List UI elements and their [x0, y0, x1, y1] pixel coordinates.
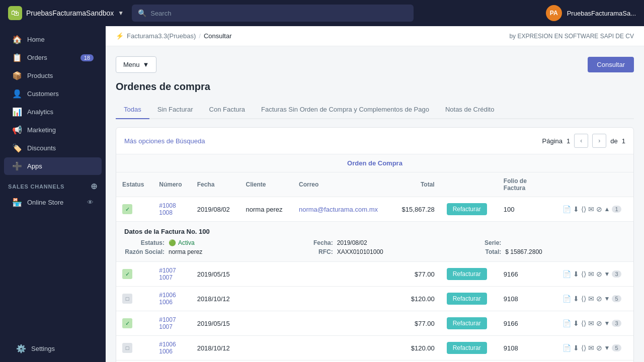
tab-con-factura[interactable]: Con Factura [201, 101, 254, 119]
app-icon: ⚡ [116, 32, 124, 40]
order-link-sub[interactable]: 1007 [159, 323, 185, 330]
expand-button[interactable]: ▼ [604, 270, 610, 278]
order-link-sub[interactable]: 1006 [159, 299, 185, 306]
sidebar-item-marketing[interactable]: 📢 Marketing [4, 121, 102, 139]
settings-icon: ⚙️ [16, 344, 26, 353]
email-cell [293, 262, 392, 287]
email-send-icon[interactable]: ✉ [588, 205, 594, 213]
order-link-main[interactable]: #1008 [159, 202, 185, 209]
email-send-icon[interactable]: ✉ [588, 319, 594, 327]
code-icon[interactable]: ⟨⟩ [581, 270, 586, 278]
search-bar[interactable]: 🔍 [132, 5, 414, 22]
email-send-icon[interactable]: ✉ [588, 295, 594, 303]
status-icon: ✓ [122, 318, 132, 328]
sidebar-item-settings[interactable]: ⚙️ Settings [8, 340, 98, 357]
sidebar-item-label: Online Store [27, 199, 63, 206]
order-link-main[interactable]: #1006 [159, 341, 185, 348]
download-icon[interactable]: ⬇ [573, 295, 579, 303]
sidebar-item-discounts[interactable]: 🏷️ Discounts [4, 139, 102, 157]
col-cliente: Cliente [240, 172, 293, 197]
search-options-link[interactable]: Más opciones de Búsqueda [124, 137, 205, 145]
sidebar-item-products[interactable]: 📦 Products [4, 67, 102, 84]
download-icon[interactable]: ⬇ [573, 344, 579, 352]
sidebar-item-apps[interactable]: ➕ Apps [4, 157, 102, 175]
email-cell [293, 287, 392, 311]
sidebar-item-home[interactable]: 🏠 Home [4, 31, 102, 48]
download-icon[interactable]: ⬇ [573, 205, 579, 213]
sidebar-item-orders[interactable]: 📋 Orders 18 [4, 49, 102, 66]
date-cell: 2019/05/15 [191, 311, 240, 336]
tab-todas[interactable]: Todas [116, 101, 149, 119]
tab-facturas-sin[interactable]: Facturas Sin Orden de Compra y Complemen… [253, 101, 437, 119]
cancel-icon[interactable]: ⊘ [596, 344, 602, 352]
tab-sin-facturar[interactable]: Sin Facturar [149, 101, 201, 119]
search-input[interactable] [150, 10, 408, 17]
sidebar-item-label: Products [27, 72, 53, 79]
email-send-icon[interactable]: ✉ [588, 270, 594, 278]
client-cell [240, 311, 293, 336]
download-icon[interactable]: ⬇ [573, 319, 579, 327]
code-icon[interactable]: ⟨⟩ [581, 205, 586, 213]
table-row: □ #1006 1006 2018/10/12 $120.00 Re [116, 287, 633, 311]
refacturar-button[interactable]: Refacturar [447, 203, 487, 215]
sidebar-item-analytics[interactable]: 📊 Analytics [4, 103, 102, 121]
consultar-button[interactable]: Consultar [588, 57, 634, 72]
status-icon: ✓ [122, 269, 132, 279]
cancel-icon[interactable]: ⊘ [596, 205, 602, 213]
tab-notas[interactable]: Notas de Crédito [437, 101, 503, 119]
cancel-icon[interactable]: ⊘ [596, 295, 602, 303]
user-area[interactable]: PA PruebasFacturamaSa... [546, 5, 636, 21]
user-name: PruebasFacturamaSa... [567, 10, 636, 17]
order-link-sub[interactable]: 1007 [159, 274, 185, 281]
order-link-main[interactable]: #1006 [159, 292, 185, 299]
status-cell: ✓ [116, 197, 153, 222]
table-row: ✓ #1007 1007 2019/05/15 $77.00 Ref [116, 311, 633, 336]
sidebar-item-online-store[interactable]: 🏪 Online Store 👁 [4, 194, 102, 211]
pdf-icon[interactable]: 📄 [562, 344, 571, 352]
email-send-icon[interactable]: ✉ [588, 344, 594, 352]
next-page-button[interactable]: › [592, 134, 606, 148]
code-icon[interactable]: ⟨⟩ [581, 344, 586, 352]
brand-selector[interactable]: 🛍 PruebasFacturamaSandbox ▼ [8, 6, 124, 20]
order-link-sub[interactable]: 1008 [159, 209, 185, 216]
order-link-sub[interactable]: 1006 [159, 348, 185, 355]
count-badge: 3 [612, 320, 621, 327]
add-sales-channel-button[interactable]: ⊕ [91, 182, 98, 191]
eye-icon[interactable]: 👁 [87, 199, 94, 206]
status-icon: □ [122, 343, 132, 353]
action-cell: Refacturar [441, 197, 498, 222]
icons-cell: 📄 ⬇ ⟨⟩ ✉ ⊘ ▼ 5 [556, 287, 633, 311]
pdf-icon[interactable]: 📄 [562, 319, 571, 327]
order-link-main[interactable]: #1007 [159, 267, 185, 274]
total-label: Total: [461, 248, 501, 255]
pdf-icon[interactable]: 📄 [562, 295, 571, 303]
sidebar-item-customers[interactable]: 👤 Customers [4, 85, 102, 103]
code-icon[interactable]: ⟨⟩ [581, 319, 586, 327]
expand-button[interactable]: ▲ [604, 206, 610, 213]
refacturar-button[interactable]: Refacturar [447, 268, 487, 280]
refacturar-button[interactable]: Refacturar [447, 342, 487, 354]
expand-button[interactable]: ▼ [604, 344, 610, 351]
code-icon[interactable]: ⟨⟩ [581, 295, 586, 303]
pdf-icon[interactable]: 📄 [562, 270, 571, 278]
pdf-icon[interactable]: 📄 [562, 205, 571, 213]
order-link-main[interactable]: #1007 [159, 316, 185, 323]
status-icon: □ [122, 294, 132, 304]
total-cell: $120.00 [392, 287, 441, 311]
breadcrumb-app-name[interactable]: Facturama3.3(Pruebas) [127, 32, 196, 40]
download-icon[interactable]: ⬇ [573, 270, 579, 278]
orders-table: Orden de Compra Estatus Número Fecha Cli… [116, 154, 633, 362]
expand-button[interactable]: ▼ [604, 320, 610, 327]
prev-page-button[interactable]: ‹ [574, 134, 588, 148]
refacturar-button[interactable]: Refacturar [447, 317, 487, 329]
cancel-icon[interactable]: ⊘ [596, 319, 602, 327]
total-cell: $110.00 [392, 360, 441, 363]
expand-button[interactable]: ▼ [604, 295, 610, 302]
table-row: □ #1006 1006 2018/10/12 $120.00 Re [116, 336, 633, 360]
number-cell: #1008 1008 [153, 197, 191, 222]
menu-button[interactable]: Menu ▼ [116, 56, 156, 73]
refacturar-button[interactable]: Refacturar [447, 293, 487, 305]
action-icons: 📄 ⬇ ⟨⟩ ✉ ⊘ [562, 270, 602, 278]
cancel-icon[interactable]: ⊘ [596, 270, 602, 278]
email-link[interactable]: norma@facturama.com.mx [299, 206, 378, 213]
